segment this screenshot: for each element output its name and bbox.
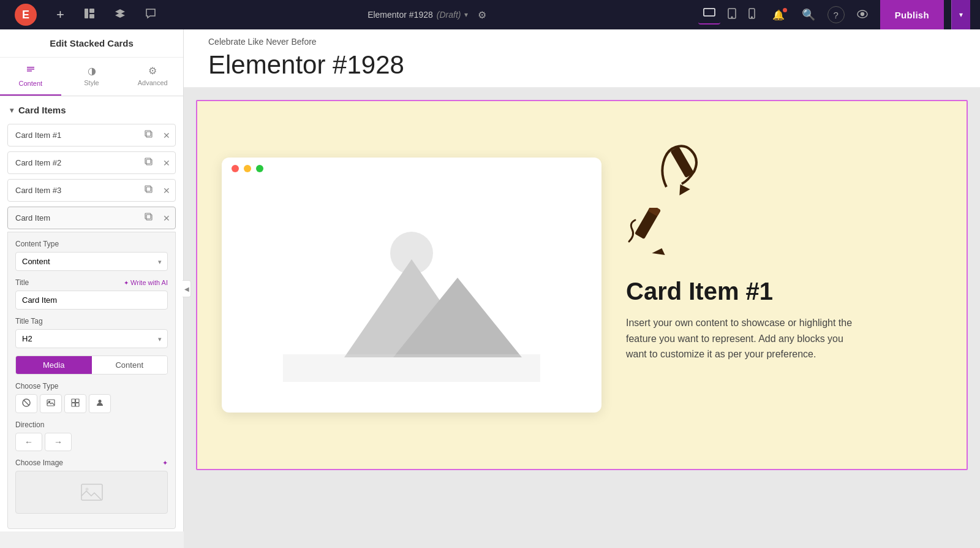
choose-image-label: Choose Image ✦ (15, 459, 168, 467)
browser-dot-green (256, 165, 263, 172)
svg-rect-14 (146, 187, 152, 192)
choose-type-group (15, 394, 168, 413)
card-item-2-label[interactable]: Card Item #2 (8, 152, 140, 173)
card-item-1-delete-button[interactable]: ✕ (158, 126, 175, 145)
tab-content[interactable]: Content (0, 58, 61, 96)
type-image-button[interactable] (40, 394, 62, 413)
title-row: Title ✦ Write with AI Card Item (15, 278, 168, 310)
card-items-section-header[interactable]: ▾ Card Items (0, 96, 183, 121)
advanced-tab-icon: ⚙ (148, 65, 157, 77)
card-item-4-label[interactable]: Card Item (8, 207, 140, 229)
card-item-display-desc: Insert your own content to showcase or h… (626, 315, 859, 362)
type-gallery-button[interactable] (64, 394, 86, 413)
card-item-2-duplicate-button[interactable] (140, 153, 158, 173)
choose-image-row: Choose Image ✦ (15, 459, 168, 514)
dropdown-arrow-icon: ▾ (464, 10, 468, 19)
title-input[interactable]: Card Item (15, 291, 168, 310)
tab-advanced[interactable]: ⚙ Advanced (122, 58, 183, 96)
svg-point-28 (85, 488, 88, 491)
tab-style[interactable]: ◑ Style (61, 58, 123, 96)
content-type-row: Content Type Content Media ▾ (15, 240, 168, 271)
svg-rect-0 (85, 9, 88, 18)
type-avatar-button[interactable] (89, 394, 111, 413)
write-ai-label: Write with AI (130, 279, 168, 286)
style-tab-icon: ◑ (88, 65, 96, 77)
card-item-3-row: Card Item #3 ✕ (7, 179, 176, 202)
choose-type-label: Choose Type (15, 382, 168, 390)
topbar: E + Elementor #1928 (Draft) ▾ ⚙ (0, 0, 980, 29)
content-type-select[interactable]: Content Media (15, 252, 168, 271)
card-item-4-delete-button[interactable]: ✕ (158, 208, 175, 228)
browser-dot-red (232, 165, 239, 172)
content-tab-button[interactable]: Content (92, 356, 168, 374)
structure-button[interactable] (79, 6, 100, 25)
page-settings-button[interactable]: ⚙ (473, 7, 491, 23)
publish-dropdown-button[interactable]: ▾ (951, 0, 970, 29)
svg-marker-37 (652, 245, 667, 259)
ai-star-icon: ✦ (124, 280, 129, 286)
choose-image-icon: ✦ (162, 459, 168, 467)
page-header: Celebrate Like Never Before Elementor #1… (184, 29, 980, 88)
card-item-4-duplicate-button[interactable] (140, 208, 158, 228)
card-item-3-delete-button[interactable]: ✕ (158, 181, 175, 200)
card-item-1-duplicate-button[interactable] (140, 125, 158, 145)
mobile-view-button[interactable] (744, 6, 760, 25)
browser-bar (222, 158, 601, 180)
section-label: Card Items (18, 105, 66, 115)
content-type-label: Content Type (15, 240, 168, 248)
search-button[interactable]: 🔍 (797, 6, 820, 24)
widget-area: Card Item #1 Insert your own content to … (196, 100, 968, 470)
sidebar: Edit Stacked Cards Content ◑ Style ⚙ Adv… (0, 29, 184, 531)
tab-style-label: Style (84, 79, 99, 86)
svg-rect-17 (145, 213, 151, 219)
card-item-3-label[interactable]: Card Item #3 (8, 180, 140, 201)
content-tab-icon (26, 65, 36, 77)
svg-point-21 (48, 401, 50, 402)
preview-button[interactable] (852, 6, 873, 24)
title-tag-label: Title Tag (15, 317, 168, 325)
topbar-center: Elementor #1928 (Draft) ▾ ⚙ (368, 7, 491, 23)
svg-rect-1 (89, 9, 94, 13)
page-draft-title[interactable]: Elementor #1928 (Draft) ▾ (368, 10, 468, 20)
svg-point-9 (861, 12, 864, 15)
stacked-card-widget: Card Item #1 Insert your own content to … (197, 101, 967, 469)
card-item-1-label[interactable]: Card Item #1 (8, 124, 140, 146)
comments-button[interactable] (140, 6, 161, 25)
notifications-button[interactable]: 🔔 (767, 7, 790, 23)
add-element-button[interactable]: + (51, 4, 69, 25)
direction-group: ← → (15, 433, 168, 451)
svg-rect-13 (145, 158, 151, 164)
type-none-button[interactable] (15, 394, 37, 413)
page-title-text: Elementor #1928 (368, 10, 433, 20)
device-selector (698, 6, 760, 25)
pencil-decoration (654, 138, 709, 202)
desktop-view-button[interactable] (698, 6, 720, 25)
svg-rect-16 (146, 215, 152, 220)
help-button[interactable]: ? (827, 6, 845, 23)
title-tag-row: Title Tag H1 H2 H3 H4 ▾ (15, 317, 168, 348)
svg-line-19 (24, 400, 29, 405)
layers-button[interactable] (110, 6, 130, 25)
panel-collapse-button[interactable]: ◀ (183, 280, 191, 297)
svg-rect-11 (145, 131, 151, 136)
canvas-area: Celebrate Like Never Before Elementor #1… (184, 29, 980, 548)
topbar-right: 🔔 🔍 ? Publish ▾ (698, 0, 970, 29)
sidebar-wrapper: Edit Stacked Cards Content ◑ Style ⚙ Adv… (0, 29, 184, 548)
title-tag-select[interactable]: H1 H2 H3 H4 (15, 329, 168, 348)
tablet-view-button[interactable] (723, 6, 741, 25)
svg-rect-33 (283, 354, 540, 382)
elementor-logo-button[interactable]: E (10, 1, 42, 28)
direction-right-button[interactable]: → (45, 433, 72, 451)
card-item-2-delete-button[interactable]: ✕ (158, 153, 175, 173)
card-item-3-duplicate-button[interactable] (140, 180, 158, 200)
publish-button[interactable]: Publish (880, 0, 944, 29)
title-label: Title ✦ Write with AI (15, 278, 168, 287)
image-placeholder[interactable] (15, 471, 168, 514)
media-tab-button[interactable]: Media (16, 356, 92, 374)
main-layout: Edit Stacked Cards Content ◑ Style ⚙ Adv… (0, 29, 980, 548)
svg-rect-3 (704, 9, 715, 16)
direction-left-button[interactable]: ← (15, 433, 42, 451)
choose-type-row: Choose Type (15, 382, 168, 413)
svg-rect-23 (76, 399, 80, 403)
write-ai-button[interactable]: ✦ Write with AI (124, 279, 168, 286)
